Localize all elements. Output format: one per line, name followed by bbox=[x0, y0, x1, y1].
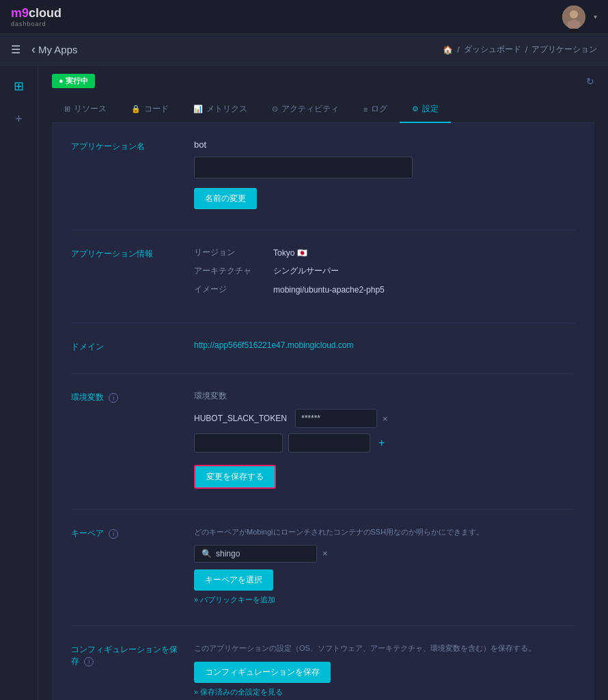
nav-right: ▾ bbox=[562, 5, 597, 29]
info-row-arch: アーキテクチャ シングルサーバー bbox=[194, 265, 575, 277]
env-value-input-1[interactable] bbox=[295, 409, 377, 428]
keypair-clear-icon[interactable]: × bbox=[322, 548, 328, 558]
tab-settings[interactable]: ⚙ 設定 bbox=[400, 96, 451, 123]
keypair-select-button[interactable]: キーペアを選択 bbox=[194, 569, 273, 591]
tab-activity[interactable]: ⊙ アクティビティ bbox=[260, 96, 351, 123]
info-row-region: リージョン Tokyo 🇯🇵 bbox=[194, 247, 575, 258]
code-icon: 🔒 bbox=[131, 105, 141, 113]
keypair-value-display: 🔍 shingo bbox=[194, 545, 317, 563]
breadcrumb-sep1: / bbox=[457, 45, 459, 55]
keypair-label: キーペア i bbox=[71, 526, 180, 605]
app-name-input[interactable] bbox=[194, 157, 413, 178]
breadcrumb-dashboard: ダッシュボード bbox=[464, 44, 521, 55]
settings-icon: ⚙ bbox=[412, 105, 419, 113]
tab-resources[interactable]: ⊞ リソース bbox=[52, 96, 119, 123]
tab-code[interactable]: 🔒 コード bbox=[119, 96, 181, 123]
breadcrumb-app: アプリケーション bbox=[531, 44, 597, 55]
keypair-content: どのキーペアがMobingiにローンチされたコンテナのSSH用なのか明らかにでき… bbox=[194, 526, 575, 605]
domain-content: http://app566f516221e47.mobingicloud.com bbox=[194, 340, 575, 353]
status-badge: ● 実行中 bbox=[52, 74, 95, 88]
config-save-content: このアプリケーションの設定（OS、ソフトウェア、アーキテクチャ、環境変数を含む）… bbox=[194, 643, 575, 698]
add-public-key-link[interactable]: パブリックキーを追加 bbox=[194, 595, 575, 605]
keypair-search-icon: 🔍 bbox=[202, 549, 212, 558]
image-value: mobingi/ubuntu-apache2-php5 bbox=[273, 285, 385, 295]
hamburger-icon[interactable]: ☰ bbox=[11, 43, 20, 56]
tab-resources-label: リソース bbox=[74, 103, 107, 115]
logo: m9cloud dashboard bbox=[11, 6, 61, 27]
rename-button[interactable]: 名前の変更 bbox=[194, 188, 257, 209]
region-key: リージョン bbox=[194, 247, 262, 258]
save-env-wrapper: 変更を保存する bbox=[194, 458, 575, 489]
app-name-section: アプリケーション名 bot 名前の変更 bbox=[71, 139, 575, 209]
refresh-icon[interactable]: ↻ bbox=[586, 76, 594, 87]
avatar[interactable] bbox=[562, 5, 585, 29]
env-remove-1[interactable]: × bbox=[383, 414, 388, 424]
env-section: 環境変数 i 環境変数 HUBOT_SLACK_TOKEN × + bbox=[71, 390, 575, 489]
domain-section: ドメイン http://app566f516221e47.mobingiclou… bbox=[71, 340, 575, 353]
info-row-image: イメージ mobingi/ubuntu-apache2-php5 bbox=[194, 284, 575, 295]
chevron-down-icon[interactable]: ▾ bbox=[594, 13, 597, 21]
keypair-input-row: 🔍 shingo × bbox=[194, 545, 575, 563]
main-layout: ⊞ + ● 実行中 ↻ ⊞ リソース 🔒 コード 📊 メトリクス ⊙ bbox=[0, 66, 608, 700]
breadcrumb: 🏠 / ダッシュボード / アプリケーション bbox=[443, 44, 597, 55]
home-icon[interactable]: 🏠 bbox=[443, 45, 453, 55]
breadcrumb-sep2: / bbox=[525, 45, 527, 55]
domain-label: ドメイン bbox=[71, 340, 180, 353]
region-value: Tokyo 🇯🇵 bbox=[273, 248, 307, 258]
env-row-1: HUBOT_SLACK_TOKEN × bbox=[194, 409, 575, 428]
my-apps-link[interactable]: My Apps bbox=[31, 42, 78, 57]
domain-link[interactable]: http://app566f516221e47.mobingicloud.com bbox=[194, 340, 354, 350]
app-name-value: bot bbox=[194, 139, 575, 150]
config-description: このアプリケーションの設定（OS、ソフトウェア、アーキテクチャ、環境変数を含む）… bbox=[194, 643, 575, 654]
top-navbar: m9cloud dashboard ▾ bbox=[0, 0, 608, 34]
tab-log-label: ログ bbox=[371, 103, 387, 115]
tab-log[interactable]: ≡ ログ bbox=[351, 96, 400, 123]
tab-activity-label: アクティビティ bbox=[281, 103, 339, 115]
log-icon: ≡ bbox=[363, 105, 368, 113]
tab-metrics[interactable]: 📊 メトリクス bbox=[181, 96, 260, 123]
view-saved-link[interactable]: 保存済みの全設定を見る bbox=[194, 687, 575, 697]
env-add-icon[interactable]: + bbox=[378, 437, 385, 449]
keypair-current-value: shingo bbox=[216, 549, 240, 558]
resources-icon: ⊞ bbox=[64, 105, 70, 113]
app-info-content: リージョン Tokyo 🇯🇵 アーキテクチャ シングルサーバー イメージ mob… bbox=[194, 247, 575, 302]
env-new-value-input[interactable] bbox=[288, 433, 370, 453]
tab-code-label: コード bbox=[144, 103, 169, 115]
keypair-description: どのキーペアがMobingiにローンチされたコンテナのSSH用なのか明らかにでき… bbox=[194, 526, 575, 538]
tab-settings-label: 設定 bbox=[422, 103, 439, 115]
tabs: ⊞ リソース 🔒 コード 📊 メトリクス ⊙ アクティビティ ≡ ログ ⚙ 設定 bbox=[52, 96, 594, 123]
second-navbar: ☰ My Apps 🏠 / ダッシュボード / アプリケーション bbox=[0, 34, 608, 66]
settings-content: アプリケーション名 bot 名前の変更 アプリケーション情報 リージョン Tok… bbox=[52, 123, 594, 700]
env-label: 環境変数 i bbox=[71, 390, 180, 489]
nav-left: ☰ My Apps bbox=[11, 42, 78, 57]
env-content: 環境変数 HUBOT_SLACK_TOKEN × + 変更を保存する bbox=[194, 390, 575, 489]
save-env-button[interactable]: 変更を保存する bbox=[194, 465, 276, 489]
logo-text: m9cloud bbox=[11, 6, 61, 21]
config-save-section: コンフィギュレーションを保存 i このアプリケーションの設定（OS、ソフトウェア… bbox=[71, 643, 575, 698]
svg-point-1 bbox=[570, 10, 578, 18]
metrics-icon: 📊 bbox=[193, 105, 203, 113]
arch-value: シングルサーバー bbox=[273, 265, 339, 277]
status-bar: ● 実行中 ↻ bbox=[52, 74, 594, 88]
keypair-section: キーペア i どのキーペアがMobingiにローンチされたコンテナのSSH用なの… bbox=[71, 526, 575, 605]
env-row-new: + bbox=[194, 433, 575, 453]
main-content: ● 実行中 ↻ ⊞ リソース 🔒 コード 📊 メトリクス ⊙ アクティビティ ≡ bbox=[38, 66, 608, 700]
sidebar: ⊞ + bbox=[0, 66, 38, 700]
sidebar-icon-grid[interactable]: ⊞ bbox=[7, 74, 31, 98]
app-name-content: bot 名前の変更 bbox=[194, 139, 575, 209]
env-sub-label: 環境変数 bbox=[194, 390, 575, 402]
logo-sub: dashboard bbox=[11, 21, 61, 27]
config-info-icon: i bbox=[84, 657, 94, 667]
activity-icon: ⊙ bbox=[272, 105, 278, 113]
config-save-label: コンフィギュレーションを保存 i bbox=[71, 643, 180, 698]
env-info-icon: i bbox=[109, 393, 118, 403]
env-key-1: HUBOT_SLACK_TOKEN bbox=[194, 414, 290, 423]
env-new-key-input[interactable] bbox=[194, 433, 283, 453]
my-apps-label: My Apps bbox=[38, 44, 78, 55]
config-save-button[interactable]: コンフィギュレーションを保存 bbox=[194, 662, 331, 683]
sidebar-icon-plus[interactable]: + bbox=[7, 107, 31, 131]
app-info-label: アプリケーション情報 bbox=[71, 247, 180, 302]
app-name-label: アプリケーション名 bbox=[71, 139, 180, 209]
app-info-section: アプリケーション情報 リージョン Tokyo 🇯🇵 アーキテクチャ シングルサー… bbox=[71, 247, 575, 302]
tab-metrics-label: メトリクス bbox=[206, 103, 247, 115]
